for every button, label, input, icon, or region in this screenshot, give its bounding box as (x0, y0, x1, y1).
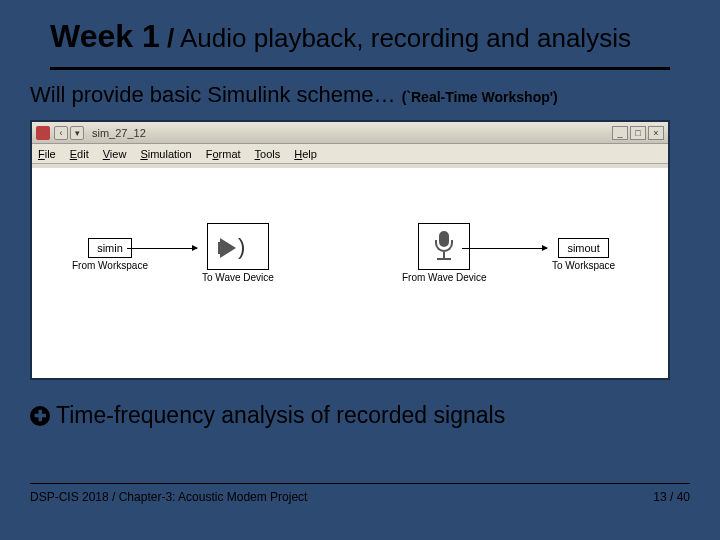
microphone-icon (429, 228, 459, 263)
title-week: Week 1 (50, 18, 160, 54)
model-canvas[interactable]: simin From Workspace ) To Wave Device (32, 168, 668, 378)
title-topic: Audio playback, recording and analysis (180, 23, 631, 53)
subtitle-note: (`Real-Time Workshop') (402, 89, 558, 105)
bullet-line: ✚ Time-frequency analysis of recorded si… (0, 384, 720, 435)
subtitle-line: Will provide basic Simulink scheme… (`Re… (0, 70, 720, 116)
footer-divider (30, 483, 690, 484)
footer-page: 13 / 40 (653, 490, 690, 504)
menu-file[interactable]: File (38, 148, 56, 160)
speaker-icon: ) (218, 228, 258, 263)
slide-header: Week 1 / Audio playback, recording and a… (0, 0, 720, 63)
bullet-text: Time-frequency analysis of recorded sign… (56, 402, 505, 429)
menubar: File Edit View Simulation Format Tools H… (32, 144, 668, 164)
minimize-icon[interactable]: _ (612, 126, 628, 140)
block-towave[interactable]: ) To Wave Device (202, 223, 274, 283)
block-fromwave[interactable]: From Wave Device (402, 223, 487, 283)
slide-footer: DSP-CIS 2018 / Chapter-3: Acoustic Modem… (30, 483, 690, 504)
menu-simulation[interactable]: Simulation (140, 148, 191, 160)
app-icon (36, 126, 50, 140)
window-controls: _ □ × (612, 126, 664, 140)
block-simout[interactable]: simout To Workspace (552, 238, 615, 271)
window-titlebar: ‹ ▾ sim_27_12 _ □ × (32, 122, 668, 144)
plus-bullet-icon: ✚ (30, 406, 50, 426)
menu-format[interactable]: Format (206, 148, 241, 160)
block-fromwave-box (418, 223, 470, 270)
close-icon[interactable]: × (648, 126, 664, 140)
block-simout-label: To Workspace (552, 260, 615, 271)
block-simin-box: simin (88, 238, 132, 258)
block-towave-label: To Wave Device (202, 272, 274, 283)
menu-help[interactable]: Help (294, 148, 317, 160)
block-fromwave-label: From Wave Device (402, 272, 487, 283)
subtitle-text: Will provide basic Simulink scheme… (30, 82, 402, 107)
nav-dropdown-icon[interactable]: ▾ (70, 126, 84, 140)
slide-title: Week 1 / Audio playback, recording and a… (50, 18, 670, 55)
arrow-simin-towave (127, 248, 197, 249)
menu-edit[interactable]: Edit (70, 148, 89, 160)
footer-left: DSP-CIS 2018 / Chapter-3: Acoustic Modem… (30, 490, 307, 504)
nav-back-icon[interactable]: ‹ (54, 126, 68, 140)
block-towave-box: ) (207, 223, 269, 270)
simulink-window: ‹ ▾ sim_27_12 _ □ × File Edit View Simul… (30, 120, 670, 380)
block-simin[interactable]: simin From Workspace (72, 238, 148, 271)
titlebar-nav: ‹ ▾ (54, 126, 84, 140)
maximize-icon[interactable]: □ (630, 126, 646, 140)
block-simin-label: From Workspace (72, 260, 148, 271)
window-title: sim_27_12 (90, 127, 612, 139)
title-separator: / (167, 23, 174, 53)
menu-tools[interactable]: Tools (255, 148, 281, 160)
arrow-fromwave-simout (462, 248, 547, 249)
block-simout-box: simout (558, 238, 608, 258)
menu-view[interactable]: View (103, 148, 127, 160)
